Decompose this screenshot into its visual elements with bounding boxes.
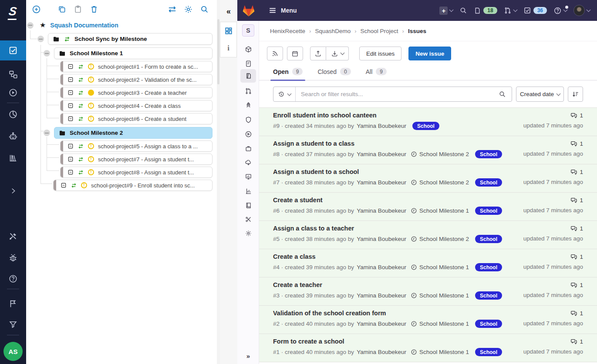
delete-icon[interactable] xyxy=(88,3,100,15)
issue-author[interactable]: Yamina Boubekeur xyxy=(357,179,406,186)
add-icon[interactable] xyxy=(30,3,42,15)
drag-handle[interactable] xyxy=(61,61,63,72)
tree-sync-folder-row[interactable]: School Sync by Milestone xyxy=(37,33,212,45)
sidebar-help-icon[interactable] xyxy=(0,270,26,288)
issue-label-school[interactable]: School xyxy=(475,207,502,215)
search-icon[interactable] xyxy=(199,3,210,15)
issue-row[interactable]: Assign a class to a teacher #5 · created… xyxy=(259,221,597,249)
collapse-toggle-icon[interactable] xyxy=(37,36,44,42)
issue-author[interactable]: Yamina Boubekeur xyxy=(357,123,406,129)
collapse-square-icon[interactable] xyxy=(67,103,74,109)
sidebar-security-icon[interactable] xyxy=(240,113,256,127)
tree-item-label[interactable]: school-project#8 - Assign a student t... xyxy=(98,169,194,176)
tree-root-row[interactable]: ★ Squash Documentation xyxy=(27,20,216,30)
drag-handle[interactable] xyxy=(61,87,63,98)
issue-author[interactable]: Yamina Boubekeur xyxy=(357,264,406,270)
sidebar-executions-icon[interactable] xyxy=(0,83,26,102)
drag-handle[interactable] xyxy=(61,114,63,124)
issue-milestone[interactable]: School Milestone 2 xyxy=(411,151,469,157)
collapse-square-icon[interactable] xyxy=(67,169,74,175)
edit-issues-button[interactable]: Edit issues xyxy=(359,47,401,60)
collapse-square-icon[interactable] xyxy=(67,143,74,149)
issue-author[interactable]: Yamina Boubekeur xyxy=(357,292,406,299)
breadcrumb-group[interactable]: HenixRecette xyxy=(270,28,305,34)
issues-counter[interactable]: 18 xyxy=(474,7,497,14)
issue-author[interactable]: Yamina Boubekeur xyxy=(357,349,406,355)
tree-item-label[interactable]: school-project#7 - Assign a student t... xyxy=(98,156,194,163)
sidebar-issues-icon[interactable] xyxy=(240,69,256,83)
issue-title[interactable]: Enroll student into school canteen xyxy=(273,112,439,119)
merge-requests-dropdown[interactable] xyxy=(504,7,517,14)
tree-item-label[interactable]: school-project#6 - Create a student xyxy=(98,116,186,122)
menu-label[interactable]: Menu xyxy=(281,7,297,14)
issue-comments[interactable]: 1 xyxy=(523,253,583,260)
collapse-toggle-icon[interactable] xyxy=(44,50,50,57)
folder-label[interactable]: School Milestone 1 xyxy=(70,50,123,57)
issue-label-school[interactable]: School xyxy=(475,320,502,328)
user-avatar[interactable] xyxy=(573,5,585,16)
sidebar-repository-icon[interactable] xyxy=(240,57,256,70)
todos-counter[interactable]: 36 xyxy=(523,7,547,14)
sidebar-expand-icon[interactable] xyxy=(0,182,26,200)
dashboard-grid-icon[interactable] xyxy=(220,22,236,40)
new-issue-button[interactable]: New issue xyxy=(408,47,451,60)
sidebar-flag-icon[interactable] xyxy=(0,294,26,313)
copy-icon[interactable] xyxy=(56,3,67,15)
tree-scrollbar-thumb[interactable] xyxy=(217,19,219,84)
sidebar-deployments-icon[interactable] xyxy=(240,127,256,141)
rss-button[interactable] xyxy=(267,47,283,60)
folder-label[interactable]: School Sync by Milestone xyxy=(74,36,147,42)
project-avatar[interactable]: S xyxy=(242,24,254,37)
issue-comments[interactable]: 1 xyxy=(523,197,583,204)
issue-row[interactable]: Form to create a school #1 · created 40 … xyxy=(259,334,597,362)
search-icon[interactable] xyxy=(493,90,512,98)
issue-label-school[interactable]: School xyxy=(412,122,439,130)
collapse-panel-icon[interactable]: « xyxy=(220,5,237,17)
tree-item-label[interactable]: school-project#3 - Create a teacher xyxy=(98,90,187,96)
tree-item-label[interactable]: school-project#2 - Validation of the sc.… xyxy=(98,77,197,83)
collapse-square-icon[interactable] xyxy=(67,77,74,83)
issue-author[interactable]: Yamina Boubekeur xyxy=(357,151,406,157)
tree-item-row[interactable]: school-project#7 - Assign a student t... xyxy=(60,154,212,165)
issue-author[interactable]: Yamina Boubekeur xyxy=(357,236,406,242)
tab-open[interactable]: Open9 xyxy=(273,68,303,80)
sidebar-project-information-icon[interactable] xyxy=(240,43,256,56)
issue-comments[interactable]: 1 xyxy=(523,338,583,345)
drag-handle[interactable] xyxy=(61,141,63,151)
new-dropdown[interactable]: + xyxy=(439,7,453,15)
breadcrumb-project[interactable]: School Project xyxy=(361,28,398,34)
tab-all[interactable]: All9 xyxy=(366,68,387,80)
help-dropdown[interactable] xyxy=(553,7,567,15)
issue-milestone[interactable]: School Milestone 2 xyxy=(411,179,469,186)
sidebar-test-cases-icon[interactable] xyxy=(0,40,26,60)
tree-item-label[interactable]: school-project#9 - Enroll student into s… xyxy=(91,182,195,189)
user-avatar[interactable]: AS xyxy=(3,342,23,361)
issue-title[interactable]: Validation of the school creation form xyxy=(273,310,502,317)
collapse-square-icon[interactable] xyxy=(67,156,74,162)
collapse-square-icon[interactable] xyxy=(61,182,67,188)
sidebar-snippets-icon[interactable] xyxy=(240,213,256,226)
issue-label-school[interactable]: School xyxy=(475,235,502,243)
issue-title[interactable]: Assign a student to a school xyxy=(273,168,502,175)
issue-title[interactable]: Form to create a school xyxy=(273,338,502,345)
sidebar-automation-robot-icon[interactable] xyxy=(0,127,26,145)
tree-item-label[interactable]: school-project#4 - Create a class xyxy=(98,103,181,109)
issue-row[interactable]: Create a student #6 · created 38 minutes… xyxy=(259,193,597,221)
gitlab-logo[interactable] xyxy=(242,4,255,17)
breadcrumb-project-group[interactable]: SquashDemo xyxy=(315,28,351,34)
gear-icon[interactable] xyxy=(182,3,194,15)
issue-comments[interactable]: 1 xyxy=(523,310,583,317)
drag-handle[interactable] xyxy=(61,100,63,111)
issue-comments[interactable]: 1 xyxy=(523,168,583,175)
sidebar-settings-icon[interactable] xyxy=(240,227,256,240)
menu-hamburger-icon[interactable] xyxy=(269,7,277,14)
issue-row[interactable]: Enroll student into school canteen #9 · … xyxy=(259,108,597,136)
tab-closed[interactable]: Closed0 xyxy=(317,68,351,80)
tree-milestone1-row[interactable]: School Milestone 1 xyxy=(44,47,212,59)
tree-item-row[interactable]: school-project#6 - Create a student xyxy=(60,113,212,124)
issue-row[interactable]: Assign a student to a class #8 · created… xyxy=(259,136,597,164)
sidebar-wiki-icon[interactable] xyxy=(240,199,256,212)
sidebar-analytics-icon[interactable] xyxy=(240,184,256,198)
info-icon[interactable]: i xyxy=(220,40,236,57)
issue-comments[interactable]: 1 xyxy=(523,112,583,119)
